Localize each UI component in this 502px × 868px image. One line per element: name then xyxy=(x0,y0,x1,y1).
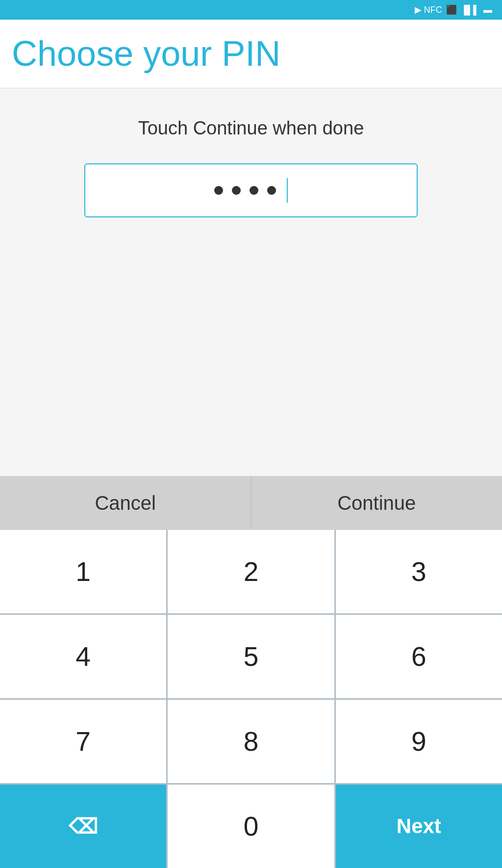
delete-button[interactable]: ⌫ xyxy=(0,785,166,868)
key-1[interactable]: 1 xyxy=(0,530,166,613)
pin-dots xyxy=(214,178,288,203)
pin-dot-2 xyxy=(232,186,241,195)
action-bar: Cancel Continue xyxy=(0,476,502,530)
header: Choose your PIN xyxy=(0,20,502,88)
key-4[interactable]: 4 xyxy=(0,615,166,698)
signal-icon: ▐▌▌ xyxy=(461,5,479,15)
key-7[interactable]: 7 xyxy=(0,700,166,783)
next-button[interactable]: Next xyxy=(336,785,502,868)
instruction-text: Touch Continue when done xyxy=(138,118,364,139)
pin-dot-1 xyxy=(214,186,223,195)
delete-icon: ⌫ xyxy=(69,815,98,839)
key-6[interactable]: 6 xyxy=(336,615,502,698)
key-8[interactable]: 8 xyxy=(168,700,334,783)
status-icons: ▶ NFC ⬛ ▐▌▌ ▬ xyxy=(415,4,492,15)
key-3[interactable]: 3 xyxy=(336,530,502,613)
continue-button[interactable]: Continue xyxy=(251,476,502,530)
battery-icon: ▬ xyxy=(483,5,492,15)
page-title: Choose your PIN xyxy=(12,34,487,73)
content-area: Touch Continue when done xyxy=(0,88,502,476)
pin-dot-3 xyxy=(250,186,258,195)
key-5[interactable]: 5 xyxy=(168,615,334,698)
pin-input-field[interactable] xyxy=(84,163,418,217)
status-bar: ▶ NFC ⬛ ▐▌▌ ▬ xyxy=(0,0,502,20)
cancel-button[interactable]: Cancel xyxy=(0,476,251,530)
key-2[interactable]: 2 xyxy=(168,530,334,613)
wifi-icon: ⬛ xyxy=(446,4,457,15)
key-9[interactable]: 9 xyxy=(336,700,502,783)
nfc-icon: ▶ NFC xyxy=(415,4,442,15)
pin-cursor xyxy=(287,178,288,203)
key-0[interactable]: 0 xyxy=(168,785,334,868)
pin-dot-4 xyxy=(267,186,276,195)
numpad: 1 2 3 4 5 6 7 8 9 ⌫ 0 Next xyxy=(0,530,502,868)
